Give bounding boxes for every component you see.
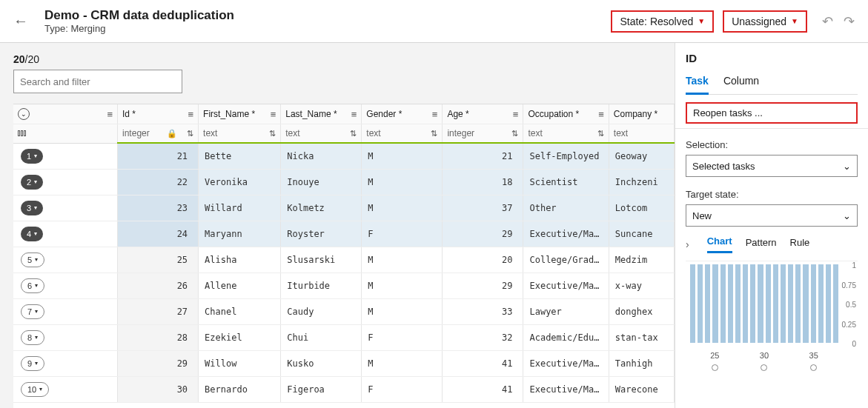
cell-gender[interactable]: M xyxy=(362,169,443,195)
tab-task[interactable]: Task xyxy=(686,75,709,95)
cell-id[interactable]: 27 xyxy=(118,298,199,324)
cell-company[interactable]: Suncane xyxy=(609,221,674,247)
sort-icon[interactable]: ⇅ xyxy=(431,128,437,138)
tab-chart[interactable]: Chart xyxy=(707,235,732,253)
col-header-company[interactable]: Company * xyxy=(609,104,674,124)
sort-icon[interactable]: ⇅ xyxy=(597,128,604,138)
cell-company[interactable]: Inchzeni xyxy=(609,169,674,195)
col-header-first-name[interactable]: First_Name *≡ xyxy=(199,104,281,124)
cell-gender[interactable]: M xyxy=(362,247,443,272)
sort-icon[interactable]: ⇅ xyxy=(269,128,276,138)
assignee-dropdown[interactable]: Unassigned ▼ xyxy=(723,10,807,33)
chart-bar[interactable] xyxy=(720,264,726,343)
col-type-fn[interactable]: text⇅ xyxy=(199,124,281,143)
slider-handle[interactable] xyxy=(712,364,718,371)
row-index-cell[interactable]: 3 ▾ xyxy=(13,195,118,221)
chart-bar[interactable] xyxy=(803,264,808,343)
chart-bar[interactable] xyxy=(818,264,824,343)
cell-occupation[interactable]: Executive/Man... xyxy=(523,376,609,402)
cell-id[interactable]: 21 xyxy=(118,143,199,169)
table-row[interactable]: 9 ▾29WillowKuskoM41Executive/Man...Tanhi… xyxy=(13,350,675,376)
tab-pattern[interactable]: Pattern xyxy=(746,237,777,253)
chart-bar[interactable] xyxy=(788,264,793,343)
cell-gender[interactable]: F xyxy=(362,376,443,402)
sort-icon[interactable]: ⇅ xyxy=(187,128,193,138)
cell-id[interactable]: 22 xyxy=(118,169,199,195)
col-header-age[interactable]: Age *≡ xyxy=(443,104,523,124)
chart-bar[interactable] xyxy=(811,264,816,343)
chart-range-slider[interactable] xyxy=(686,364,858,371)
row-pill[interactable]: 7 ▾ xyxy=(21,304,44,319)
row-index-cell[interactable]: 1 ▾ xyxy=(13,143,118,169)
chart-bar[interactable] xyxy=(773,264,778,343)
target-state-dropdown[interactable]: New ⌄ xyxy=(686,204,858,227)
table-row[interactable]: 1 ▾21BetteNickaM21Self-EmployedGeoway xyxy=(13,143,675,169)
menu-icon[interactable]: ≡ xyxy=(188,108,194,119)
table-row[interactable]: 2 ▾22VeronikaInouyeM18ScientistInchzeni xyxy=(13,169,675,195)
col-type-oc[interactable]: text⇅ xyxy=(523,124,609,143)
cell-first-name[interactable]: Bette xyxy=(199,143,281,169)
chart-bar[interactable] xyxy=(766,264,771,343)
cell-gender[interactable]: M xyxy=(362,350,443,376)
cell-occupation[interactable]: College/Grad ... xyxy=(523,247,609,272)
cell-first-name[interactable]: Willard xyxy=(199,195,281,221)
slider-handle[interactable] xyxy=(810,364,817,371)
chart-bar[interactable] xyxy=(743,264,748,343)
table-row[interactable]: 4 ▾24MaryannRoysterF29Executive/Man...Su… xyxy=(13,221,675,247)
cell-first-name[interactable]: Allene xyxy=(199,272,281,298)
cell-age[interactable]: 20 xyxy=(443,247,523,272)
cell-age[interactable]: 29 xyxy=(443,272,523,298)
col-type-ln[interactable]: text⇅ xyxy=(281,124,362,143)
cell-occupation[interactable]: Academic/Educ... xyxy=(523,324,609,350)
row-pill[interactable]: 1 ▾ xyxy=(21,149,43,164)
menu-icon[interactable]: ≡ xyxy=(598,108,604,119)
menu-icon[interactable]: ≡ xyxy=(513,108,519,119)
cell-id[interactable]: 30 xyxy=(118,376,199,402)
cell-age[interactable]: 37 xyxy=(443,195,523,221)
cell-occupation[interactable]: Executive/Man... xyxy=(523,350,609,376)
state-dropdown[interactable]: State: Resolved ▼ xyxy=(611,10,714,33)
col-type-g[interactable]: text⇅ xyxy=(362,124,443,143)
cell-occupation[interactable]: Executive/Man... xyxy=(523,272,609,298)
cell-company[interactable]: Geoway xyxy=(609,143,674,169)
cell-last-name[interactable]: Figeroa xyxy=(281,376,362,402)
sort-icon[interactable]: ⇅ xyxy=(350,128,357,138)
row-pill[interactable]: 5 ▾ xyxy=(21,253,44,267)
menu-icon[interactable]: ≡ xyxy=(271,108,276,119)
selection-dropdown[interactable]: Selected tasks ⌄ xyxy=(686,155,858,177)
search-input[interactable] xyxy=(13,70,182,93)
sort-icon[interactable]: ⇅ xyxy=(511,128,518,138)
chart-bar[interactable] xyxy=(781,264,786,343)
undo-icon[interactable]: ↶ xyxy=(822,13,833,30)
cell-age[interactable]: 29 xyxy=(443,221,523,247)
row-index-cell[interactable]: 7 ▾ xyxy=(13,298,118,324)
cell-occupation[interactable]: Lawyer xyxy=(523,298,609,324)
chart-bar[interactable] xyxy=(712,264,718,343)
row-index-cell[interactable]: 5 ▾ xyxy=(13,247,118,272)
cell-company[interactable]: Warecone xyxy=(609,376,674,402)
redo-icon[interactable]: ↷ xyxy=(844,13,855,30)
cell-last-name[interactable]: Kusko xyxy=(281,350,362,376)
cell-first-name[interactable]: Veronika xyxy=(199,169,281,195)
cell-last-name[interactable]: Inouye xyxy=(281,169,362,195)
cell-gender[interactable]: M xyxy=(362,298,443,324)
cell-gender[interactable]: F xyxy=(362,324,443,350)
slider-handle[interactable] xyxy=(761,364,767,371)
cell-age[interactable]: 41 xyxy=(443,376,523,402)
menu-icon[interactable]: ≡ xyxy=(351,108,357,119)
back-icon[interactable]: ← xyxy=(13,13,28,30)
cell-occupation[interactable]: Other xyxy=(523,195,609,221)
cell-first-name[interactable]: Maryann xyxy=(199,221,281,247)
row-pill[interactable]: 8 ▾ xyxy=(21,330,44,345)
cell-age[interactable]: 32 xyxy=(443,324,523,350)
row-pill[interactable]: 2 ▾ xyxy=(21,175,43,190)
table-row[interactable]: 3 ▾23WillardKolmetzM37OtherLotcom xyxy=(13,195,675,221)
tab-column[interactable]: Column xyxy=(723,75,759,94)
menu-icon[interactable]: ≡ xyxy=(432,108,438,119)
chart-bar[interactable] xyxy=(758,264,763,343)
cell-last-name[interactable]: Royster xyxy=(281,221,362,247)
chart-bar[interactable] xyxy=(698,264,703,343)
chart-bar[interactable] xyxy=(750,264,755,343)
data-table[interactable]: ⌄ ≡ Id *≡ First_Name *≡ Last_Name *≡ Gen… xyxy=(13,104,675,408)
cell-first-name[interactable]: Willow xyxy=(199,350,281,376)
